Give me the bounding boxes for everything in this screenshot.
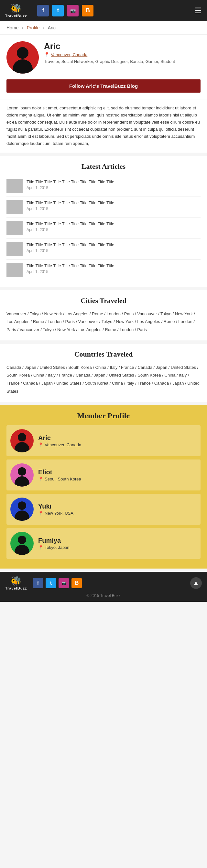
blogger-icon[interactable]: B — [82, 5, 94, 17]
article-date: April 1, 2015 — [27, 207, 201, 211]
member-name: Yuki — [38, 503, 73, 510]
article-item[interactable]: Title Title Title Title Title Title Titl… — [6, 197, 201, 218]
member-card[interactable]: Eliot 📍 Seoul, South Korea — [6, 460, 201, 491]
breadcrumb-profile[interactable]: Profile — [27, 25, 40, 30]
breadcrumb-sep-2: › — [43, 25, 44, 31]
footer-instagram-icon[interactable]: 📷 — [58, 578, 69, 588]
footer-twitter-icon[interactable]: t — [46, 578, 56, 588]
header-social-icons: f t 📷 B — [37, 5, 94, 17]
article-title: Title Title Title Title Title Title Titl… — [27, 221, 201, 227]
logo: 🐝 TravelBuzz — [5, 3, 27, 18]
member-info: Yuki 📍 New York, USA — [38, 503, 73, 516]
member-location-text: Tokyo, Japan — [45, 545, 70, 550]
member-info: Fumiya 📍 Tokyo, Japan — [38, 537, 70, 550]
follow-button[interactable]: Follow Aric's TravelBuzz Blog — [6, 80, 201, 93]
member-pin-icon: 📍 — [38, 476, 43, 482]
latest-articles-section: Latest Articles Title Title Title Title … — [0, 156, 207, 287]
member-avatar — [10, 429, 34, 453]
latest-articles-title: Latest Articles — [6, 162, 201, 171]
profile-info: Aric 📍 Vancouver, Canada Traveler, Socia… — [44, 41, 201, 65]
article-thumbnail — [6, 179, 23, 193]
avatar — [6, 41, 39, 73]
member-card[interactable]: Aric 📍 Vancouver, Canada — [6, 425, 201, 456]
article-title: Title Title Title Title Title Title Titl… — [27, 263, 201, 269]
avatar-body — [12, 59, 33, 73]
article-date: April 1, 2015 — [27, 270, 201, 274]
member-avatar-head — [18, 536, 26, 544]
article-thumbnail — [6, 263, 23, 277]
member-name: Eliot — [38, 468, 81, 476]
breadcrumb-home[interactable]: Home — [6, 25, 19, 30]
member-card[interactable]: Fumiya 📍 Tokyo, Japan — [6, 528, 201, 559]
article-text: Title Title Title Title Title Title Titl… — [27, 221, 201, 232]
members-list: Aric 📍 Vancouver, Canada Eliot 📍 Seoul, … — [6, 425, 201, 559]
facebook-icon[interactable]: f — [37, 5, 49, 17]
member-location: 📍 Seoul, South Korea — [38, 476, 81, 482]
member-avatar-body — [15, 442, 29, 453]
hamburger-menu-icon[interactable]: ☰ — [195, 6, 202, 15]
twitter-icon[interactable]: t — [52, 5, 64, 17]
site-footer: 🐝 TravelBuzz f t 📷 B ▲ © 2015 Travel Buz… — [0, 572, 207, 602]
breadcrumb-sep-1: › — [22, 25, 23, 31]
profile-name: Aric — [44, 41, 201, 51]
article-date: April 1, 2015 — [27, 248, 201, 253]
profile-section: Aric 📍 Vancouver, Canada Traveler, Socia… — [0, 35, 207, 99]
bio-text: Lorem ipsum dolor sit amet, consectetur … — [6, 104, 201, 148]
member-location-text: New York, USA — [45, 511, 73, 516]
footer-top: 🐝 TravelBuzz f t 📷 B ▲ — [5, 576, 202, 590]
member-pin-icon: 📍 — [38, 545, 43, 550]
articles-list: Title Title Title Title Title Title Titl… — [6, 176, 201, 280]
member-profile-title: Member Profile — [6, 411, 201, 420]
article-thumbnail — [6, 200, 23, 214]
member-avatar-head — [18, 433, 26, 441]
profile-location: 📍 Vancouver, Canada — [44, 52, 201, 57]
footer-blogger-icon[interactable]: B — [72, 578, 82, 588]
profile-description: Traveler, Social Networker, Graphic Desi… — [44, 58, 201, 65]
footer-facebook-icon[interactable]: f — [33, 578, 43, 588]
article-item[interactable]: Title Title Title Title Title Title Titl… — [6, 239, 201, 260]
member-profile-section: Member Profile Aric 📍 Vancouver, Canada … — [0, 405, 207, 568]
member-avatar-head — [18, 501, 26, 510]
member-name: Aric — [38, 434, 81, 442]
member-location-text: Vancouver, Canada — [45, 442, 81, 447]
logo-bee-icon: 🐝 — [10, 3, 22, 14]
member-location: 📍 Vancouver, Canada — [38, 442, 81, 447]
article-title: Title Title Title Title Title Title Titl… — [27, 200, 201, 206]
article-text: Title Title Title Title Title Title Titl… — [27, 263, 201, 274]
member-location: 📍 New York, USA — [38, 511, 73, 516]
member-pin-icon: 📍 — [38, 442, 43, 447]
cities-text: Vancouver / Tokyo / New York / Los Angel… — [6, 310, 201, 334]
cities-section: Cities Traveled Vancouver / Tokyo / New … — [0, 290, 207, 340]
member-avatar — [10, 532, 34, 555]
pin-icon: 📍 — [44, 52, 50, 57]
member-avatar-head — [18, 467, 26, 476]
scroll-top-button[interactable]: ▲ — [190, 577, 202, 589]
profile-location-text[interactable]: Vancouver, Canada — [51, 52, 87, 57]
article-title: Title Title Title Title Title Title Titl… — [27, 242, 201, 248]
member-avatar — [10, 463, 34, 487]
member-card[interactable]: Yuki 📍 New York, USA — [6, 494, 201, 525]
article-thumbnail — [6, 221, 23, 235]
article-text: Title Title Title Title Title Title Titl… — [27, 200, 201, 211]
member-location: 📍 Tokyo, Japan — [38, 545, 70, 550]
article-item[interactable]: Title Title Title Title Title Title Titl… — [6, 260, 201, 280]
article-date: April 1, 2015 — [27, 186, 201, 190]
article-item[interactable]: Title Title Title Title Title Title Titl… — [6, 218, 201, 239]
member-pin-icon: 📍 — [38, 511, 43, 516]
footer-copyright: © 2015 Travel Buzz — [5, 593, 202, 598]
site-header: 🐝 TravelBuzz f t 📷 B ☰ — [0, 0, 207, 21]
logo-text: TravelBuzz — [5, 14, 27, 18]
countries-text: Canada / Japan / United States / South K… — [6, 364, 201, 396]
member-location-text: Seoul, South Korea — [45, 476, 81, 482]
member-info: Aric 📍 Vancouver, Canada — [38, 434, 81, 447]
countries-section: Countries Traveled Canada / Japan / Unit… — [0, 344, 207, 402]
countries-title: Countries Traveled — [6, 350, 201, 359]
article-item[interactable]: Title Title Title Title Title Title Titl… — [6, 176, 201, 197]
article-title: Title Title Title Title Title Title Titl… — [27, 179, 201, 185]
instagram-icon[interactable]: 📷 — [67, 5, 79, 17]
member-avatar-body — [15, 510, 29, 521]
article-thumbnail — [6, 242, 23, 256]
avatar-person — [6, 41, 39, 73]
article-text: Title Title Title Title Title Title Titl… — [27, 179, 201, 190]
footer-social-icons: f t 📷 B — [33, 578, 82, 588]
